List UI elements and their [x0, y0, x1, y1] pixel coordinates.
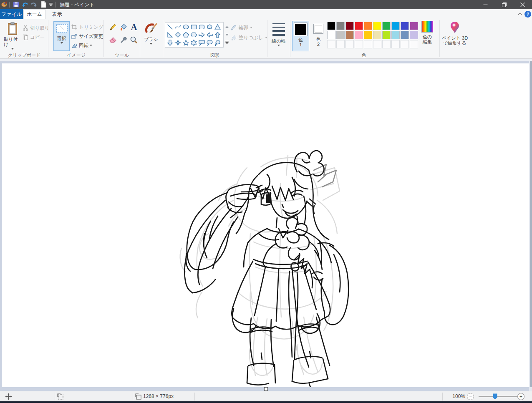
status-separator: [442, 393, 443, 400]
shape-five-point-star[interactable]: [182, 39, 190, 47]
shape-fill-button[interactable]: 塗りつぶし: [231, 33, 267, 42]
new-file-icon[interactable]: [40, 1, 47, 8]
palette-swatch[interactable]: [364, 31, 372, 39]
minimize-button[interactable]: [476, 0, 495, 9]
palette-swatch[interactable]: [345, 31, 354, 39]
copy-button[interactable]: コピー: [23, 33, 45, 41]
shape-outline-button[interactable]: 輪郭: [231, 23, 252, 32]
palette-swatch-empty[interactable]: [410, 40, 418, 48]
resize-button[interactable]: サイズ変更: [71, 32, 103, 40]
zoom-out-button[interactable]: −: [467, 393, 474, 400]
palette-swatch[interactable]: [336, 31, 345, 39]
palette-swatch-empty[interactable]: [327, 40, 335, 48]
palette-swatch-empty[interactable]: [355, 40, 363, 48]
palette-swatch[interactable]: [401, 22, 409, 30]
shape-six-point-star[interactable]: [190, 39, 198, 47]
close-icon: [520, 3, 525, 7]
undo-icon[interactable]: [22, 1, 28, 8]
palette-swatch[interactable]: [336, 22, 345, 30]
line-width-button[interactable]: 線の幅: [269, 21, 289, 51]
shape-polygon[interactable]: [206, 23, 214, 31]
shape-oval-callout[interactable]: [206, 39, 214, 47]
palette-swatch-empty[interactable]: [382, 40, 391, 48]
brush-button[interactable]: ブラシ: [142, 21, 160, 51]
restore-button[interactable]: [495, 0, 514, 9]
edit-colors-button[interactable]: 色の 編集: [420, 21, 435, 44]
palette-swatch[interactable]: [391, 31, 400, 39]
text-tool-icon[interactable]: A: [130, 23, 138, 32]
palette-swatch[interactable]: [391, 22, 400, 30]
shape-rectangle[interactable]: [190, 23, 198, 31]
palette-swatch-empty[interactable]: [373, 40, 381, 48]
collapse-ribbon-icon[interactable]: [517, 13, 522, 16]
palette-swatch-empty[interactable]: [391, 40, 400, 48]
shape-curve[interactable]: [174, 23, 182, 31]
zoom-slider-handle[interactable]: [493, 393, 497, 400]
canvas[interactable]: [2, 63, 529, 387]
shape-line[interactable]: [166, 23, 174, 31]
canvas-resize-handle[interactable]: [264, 387, 268, 391]
close-button[interactable]: [513, 0, 532, 9]
rotate-button[interactable]: 回転: [71, 41, 92, 50]
palette-swatch-empty[interactable]: [336, 40, 345, 48]
qat-customize-icon[interactable]: [49, 3, 53, 7]
tab-view[interactable]: 表示: [46, 9, 68, 19]
shape-ellipse[interactable]: [182, 23, 190, 31]
crop-label: トリミング: [79, 24, 103, 30]
shape-left-arrow[interactable]: [206, 31, 214, 39]
color1-button[interactable]: 色 1: [292, 21, 309, 51]
shapes-scroll-up[interactable]: [224, 23, 229, 30]
palette-swatch-empty[interactable]: [401, 40, 409, 48]
palette-swatch[interactable]: [345, 22, 354, 30]
palette-swatch[interactable]: [355, 31, 363, 39]
shape-down-arrow[interactable]: [166, 39, 174, 47]
palette-swatch[interactable]: [327, 31, 335, 39]
shape-pentagon[interactable]: [182, 31, 190, 39]
save-icon[interactable]: [13, 1, 19, 8]
tab-home[interactable]: ホーム: [23, 9, 45, 19]
color2-label-line1: 色: [316, 37, 321, 42]
shape-four-point-star[interactable]: [174, 39, 182, 47]
palette-swatch[interactable]: [382, 31, 391, 39]
vertical-scrollbar-thumb[interactable]: [530, 61, 532, 387]
pencil-tool-icon[interactable]: [109, 23, 117, 31]
shape-diamond[interactable]: [174, 31, 182, 39]
shape-hexagon[interactable]: [190, 31, 198, 39]
palette-swatch[interactable]: [364, 22, 372, 30]
fill-tool-icon[interactable]: [120, 23, 128, 31]
redo-icon[interactable]: [30, 1, 37, 8]
palette-swatch[interactable]: [373, 31, 381, 39]
help-button[interactable]: ?: [524, 11, 531, 18]
shape-right-triangle[interactable]: [166, 31, 174, 39]
shape-up-arrow[interactable]: [214, 31, 222, 39]
palette-swatch[interactable]: [355, 22, 363, 30]
eraser-tool-icon[interactable]: [109, 36, 117, 44]
magnifier-tool-icon[interactable]: [130, 36, 138, 44]
cut-button[interactable]: 切り取り: [23, 24, 50, 32]
group-separator: [140, 20, 140, 57]
shapes-more-button[interactable]: [224, 39, 229, 46]
palette-swatch[interactable]: [410, 22, 418, 30]
zoom-slider-track[interactable]: [479, 396, 517, 397]
palette-swatch[interactable]: [401, 31, 409, 39]
palette-swatch[interactable]: [327, 22, 335, 30]
zoom-in-button[interactable]: +: [517, 393, 524, 400]
shape-right-arrow[interactable]: [198, 31, 206, 39]
shape-rounded-rectangle[interactable]: [198, 23, 206, 31]
shape-cloud-callout[interactable]: [214, 39, 222, 47]
crop-button[interactable]: トリミング: [71, 23, 103, 31]
palette-swatch-empty[interactable]: [345, 40, 354, 48]
palette-swatch[interactable]: [410, 31, 418, 39]
shapes-scroll-down[interactable]: [224, 31, 229, 38]
shape-rounded-callout[interactable]: [198, 39, 206, 47]
color2-button[interactable]: 色 2: [311, 21, 326, 51]
paint3d-button[interactable]: ペイント 3D で編集する: [441, 21, 469, 45]
tab-file[interactable]: ファイル: [0, 9, 23, 19]
shape-triangle[interactable]: [214, 23, 222, 31]
palette-swatch[interactable]: [382, 22, 391, 30]
select-button[interactable]: 選択: [53, 21, 70, 51]
palette-swatch[interactable]: [373, 22, 381, 30]
eyedropper-tool-icon[interactable]: [120, 36, 128, 44]
paste-button[interactable]: 貼り付け: [3, 21, 22, 51]
palette-swatch-empty[interactable]: [364, 40, 372, 48]
